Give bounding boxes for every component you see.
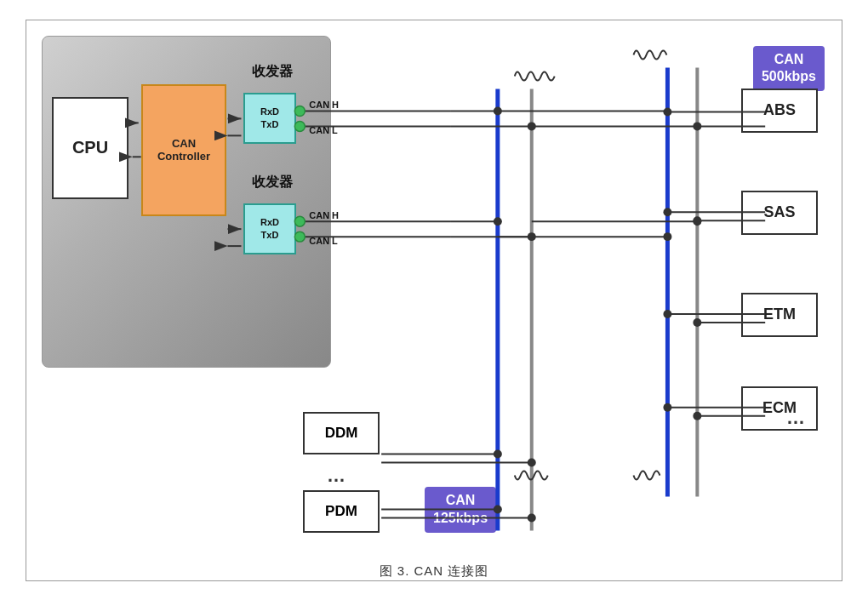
svg-point-34 xyxy=(528,513,536,522)
can-controller-label: CAN Controller xyxy=(157,137,210,163)
cpu-label: CPU xyxy=(72,138,108,157)
transceiver-label-2: 收发器 xyxy=(252,174,293,191)
transceiver1-label: RxD TxD xyxy=(260,106,279,130)
svg-point-36 xyxy=(663,107,671,116)
diagram-container: CPU CAN Controller 收发器 收发器 RxD TxD RxD T… xyxy=(26,20,842,581)
dots-left: … xyxy=(327,465,348,487)
dots-right: … xyxy=(786,407,808,429)
sas-node-box: SAS xyxy=(741,191,818,235)
pdm-node-box: PDM xyxy=(303,490,380,533)
figure-caption: 图 3. CAN 连接图 xyxy=(26,557,842,583)
transceiver-label-1: 收发器 xyxy=(252,63,293,81)
svg-point-40 xyxy=(663,208,671,216)
svg-point-28 xyxy=(494,449,502,458)
cpu-box: CPU xyxy=(52,97,128,199)
svg-point-54 xyxy=(528,122,536,130)
can-bus-125-label: CAN 125kbps xyxy=(425,487,496,533)
svg-point-46 xyxy=(693,317,701,326)
transceiver-box-2: RxD TxD xyxy=(243,203,296,254)
svg-point-52 xyxy=(494,106,502,115)
abs-node-box: ABS xyxy=(741,89,818,133)
can-bus-500-label: CAN 500kbps xyxy=(753,46,825,92)
etm-node-box: ETM xyxy=(741,293,818,337)
can-controller-box: CAN Controller xyxy=(141,84,226,216)
svg-point-44 xyxy=(663,309,671,317)
transceiver-box-1: RxD TxD xyxy=(243,93,296,144)
diagram-area: CPU CAN Controller 收发器 收发器 RxD TxD RxD T… xyxy=(26,20,842,557)
svg-point-60 xyxy=(693,217,701,226)
svg-point-48 xyxy=(663,403,671,411)
svg-point-58 xyxy=(528,232,536,241)
svg-point-30 xyxy=(528,458,536,466)
ddm-node-box: DDM xyxy=(303,412,380,454)
svg-point-38 xyxy=(693,122,701,130)
svg-point-62 xyxy=(663,232,671,241)
svg-point-50 xyxy=(693,411,701,420)
transceiver2-label: RxD TxD xyxy=(260,216,279,241)
svg-point-56 xyxy=(494,217,502,226)
svg-point-42 xyxy=(693,216,701,225)
